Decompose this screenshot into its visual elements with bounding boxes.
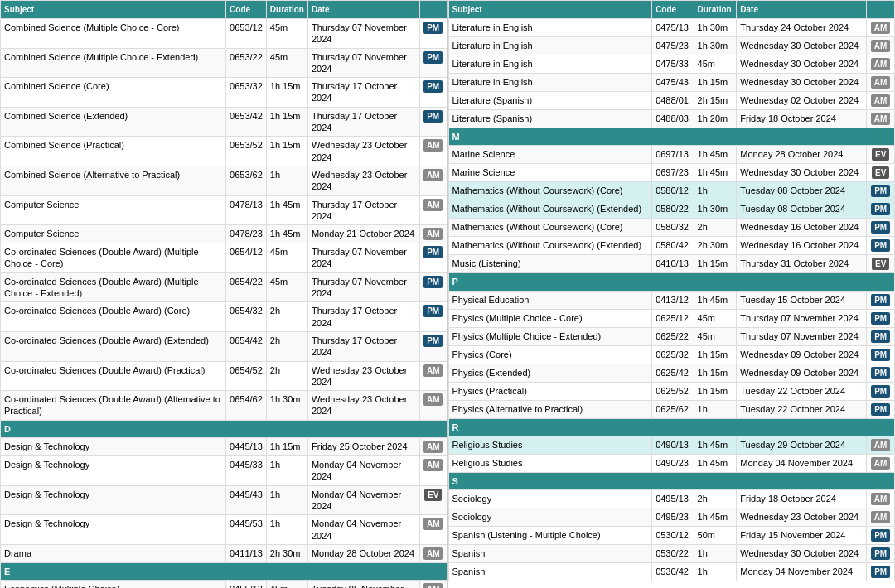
code-cell: 0653/62	[226, 166, 267, 195]
session-badge: PM	[871, 547, 890, 560]
table-row: Spanish0530/221hWednesday 30 October 202…	[448, 545, 895, 563]
subject-cell: Co-ordinated Sciences (Double Award) (Mu…	[1, 243, 226, 273]
table-row: Co-ordinated Sciences (Double Award) (Mu…	[1, 272, 448, 302]
duration-cell: 1h 15m	[266, 137, 307, 166]
date-cell: Wednesday 30 October 2024	[737, 164, 867, 182]
session-badge: PM	[423, 305, 443, 317]
subject-cell: Sociology	[448, 490, 652, 508]
session-cell: AM	[419, 166, 447, 195]
code-cell: 0490/13	[652, 436, 694, 454]
table-row: Physics (Alternative to Practical)0625/6…	[448, 400, 895, 418]
date-cell: Monday 28 October 2024	[737, 146, 867, 164]
subject-cell: Physics (Practical)	[448, 382, 652, 400]
section-label: S	[448, 472, 895, 489]
table-row: Design & Technology0445/531hMonday 04 No…	[1, 515, 448, 545]
session-cell: AM	[419, 515, 447, 545]
session-badge: AM	[871, 94, 891, 107]
duration-cell: 1h 45m	[266, 195, 307, 225]
code-cell: 0625/22	[652, 327, 694, 345]
code-cell: 0455/13	[226, 581, 267, 588]
session-cell: PM	[867, 200, 895, 219]
code-cell: 0488/01	[652, 92, 694, 110]
section-header-row: M	[448, 128, 895, 146]
duration-cell: 1h 30m	[694, 200, 737, 219]
code-cell: 0413/12	[652, 291, 694, 309]
date-cell: Wednesday 23 October 2024	[307, 361, 419, 391]
session-badge: PM	[423, 80, 443, 93]
code-cell: 0653/32	[226, 78, 267, 108]
session-cell: PM	[867, 182, 895, 200]
session-cell: PM	[867, 400, 895, 418]
code-cell: 0625/12	[652, 309, 694, 327]
table-row: Combined Science (Multiple Choice - Exte…	[1, 48, 448, 78]
session-badge: AM	[871, 22, 891, 34]
session-cell: AM	[867, 508, 895, 527]
date-cell: Wednesday 30 October 2024	[737, 545, 867, 563]
date-cell: Wednesday 16 October 2024	[737, 237, 867, 255]
date-cell: Monday 04 November 2024	[737, 563, 867, 581]
date-cell: Tuesday 08 October 2024	[737, 182, 867, 200]
code-cell: 0653/12	[226, 19, 267, 49]
code-cell: 0410/13	[652, 255, 694, 273]
code-cell: 0445/43	[226, 485, 267, 515]
date-cell: Friday 25 October 2024	[307, 438, 419, 456]
subject-cell: Sociology	[448, 508, 652, 527]
duration-cell: 1h 20m	[694, 110, 737, 128]
code-cell: 0445/53	[226, 515, 267, 545]
left-col-session	[419, 1, 447, 19]
subject-cell: Physics (Multiple Choice - Extended)	[448, 327, 652, 345]
right-table: Subject Code Duration Date Literature in…	[448, 0, 896, 581]
date-cell: Wednesday 30 October 2024	[737, 55, 867, 74]
session-cell: EV	[419, 485, 447, 515]
subject-cell: Mathematics (Without Coursework) (Extend…	[448, 200, 652, 219]
session-cell: PM	[419, 78, 447, 108]
session-badge: PM	[871, 203, 890, 215]
code-cell: 0697/13	[652, 146, 694, 164]
duration-cell: 1h	[266, 166, 307, 195]
session-cell: AM	[419, 544, 447, 562]
session-cell: PM	[867, 309, 895, 327]
subject-cell: Drama	[1, 544, 226, 562]
table-row: Co-ordinated Sciences (Double Award) (Co…	[1, 302, 448, 332]
code-cell: 0625/42	[652, 364, 694, 382]
duration-cell: 1h 45m	[694, 146, 737, 164]
duration-cell: 1h 15m	[694, 345, 737, 364]
code-cell: 0530/22	[652, 545, 694, 563]
date-cell: Wednesday 09 October 2024	[737, 364, 867, 382]
code-cell: 0654/22	[226, 272, 267, 302]
duration-cell: 1h 45m	[694, 436, 737, 454]
duration-cell: 1h 45m	[266, 225, 307, 243]
table-row: Mathematics (Without Coursework) (Extend…	[448, 200, 895, 219]
duration-cell: 2h 30m	[694, 237, 737, 255]
date-cell: Wednesday 23 October 2024	[307, 391, 419, 421]
session-cell: AM	[419, 438, 447, 456]
left-col-date: Date	[307, 1, 419, 19]
code-cell: 0475/23	[652, 37, 694, 55]
code-cell: 0488/03	[652, 110, 694, 128]
date-cell: Tuesday 15 October 2024	[737, 291, 867, 309]
table-row: Music (Listening)0410/131h 15mThursday 3…	[448, 255, 895, 273]
session-badge: EV	[424, 489, 442, 501]
duration-cell: 1h 45m	[694, 454, 737, 472]
subject-cell: Physics (Extended)	[448, 364, 652, 382]
session-cell: EV	[867, 164, 895, 182]
code-cell: 0653/42	[226, 107, 267, 137]
date-cell: Wednesday 23 October 2024	[307, 166, 419, 195]
session-cell: PM	[867, 219, 895, 237]
subject-cell: Spanish	[448, 563, 652, 581]
code-cell: 0580/42	[652, 237, 694, 255]
duration-cell: 45m	[266, 243, 307, 273]
subject-cell: Co-ordinated Sciences (Double Award) (Mu…	[1, 272, 226, 302]
code-cell: 0654/32	[226, 302, 267, 332]
duration-cell: 2h	[694, 490, 737, 508]
duration-cell: 45m	[266, 581, 307, 588]
session-cell: AM	[419, 456, 447, 486]
session-cell: PM	[419, 48, 447, 78]
code-cell: 0653/52	[226, 137, 267, 166]
date-cell: Monday 28 October 2024	[307, 544, 419, 562]
section-label: R	[448, 418, 895, 436]
table-row: Drama0411/132h 30mMonday 28 October 2024…	[1, 544, 448, 562]
duration-cell: 1h 15m	[694, 364, 737, 382]
code-cell: 0654/62	[226, 391, 267, 421]
session-cell: PM	[867, 563, 895, 581]
